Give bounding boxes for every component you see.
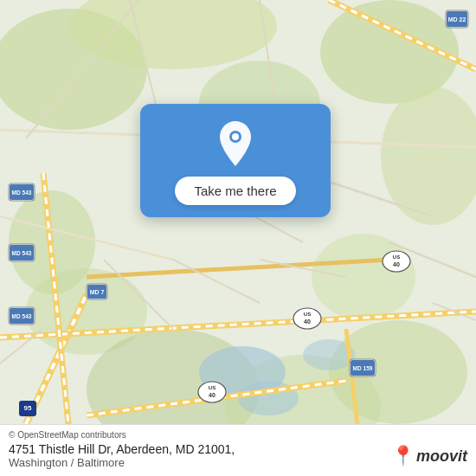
svg-point-70	[232, 133, 239, 140]
location-pin-icon	[215, 119, 256, 168]
take-me-there-button[interactable]: Take me there	[175, 177, 295, 205]
svg-text:MD 543: MD 543	[12, 190, 32, 196]
svg-text:US: US	[304, 312, 311, 317]
svg-text:US: US	[209, 385, 215, 390]
svg-text:MD 159: MD 159	[353, 365, 373, 371]
osm-attribution: © OpenStreetMap contributors	[9, 430, 467, 440]
map-background: MD 22 MD 543 MD 543 MD 543 MD 7 US 40 US…	[0, 0, 476, 476]
svg-text:40: 40	[304, 318, 311, 325]
moovit-brand-text: moovit	[416, 447, 467, 466]
moovit-logo: 📍 moovit	[391, 447, 467, 466]
svg-text:MD 543: MD 543	[12, 250, 32, 256]
map-container: MD 22 MD 543 MD 543 MD 543 MD 7 US 40 US…	[0, 0, 476, 476]
svg-text:MD 7: MD 7	[90, 289, 105, 295]
svg-text:US: US	[393, 254, 400, 260]
svg-text:MD 543: MD 543	[12, 313, 32, 319]
svg-text:40: 40	[393, 261, 400, 267]
svg-text:MD 22: MD 22	[448, 16, 466, 23]
bottom-info-bar: © OpenStreetMap contributors 4751 Thistl…	[0, 424, 476, 476]
svg-text:40: 40	[209, 392, 215, 398]
moovit-pin-icon: 📍	[391, 447, 415, 466]
svg-text:95: 95	[24, 404, 32, 412]
popup-card: Take me there	[140, 104, 331, 217]
